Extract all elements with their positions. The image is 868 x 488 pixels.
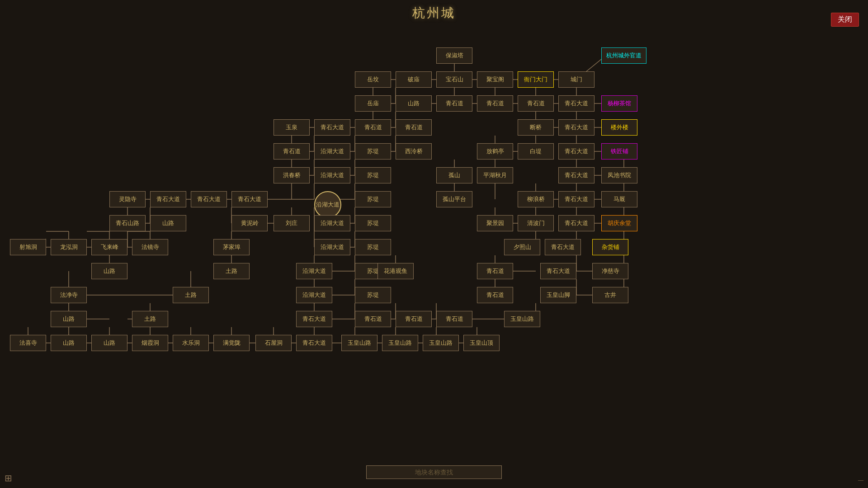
node-maojiabu[interactable]: 茅家埠: [213, 239, 250, 255]
node-qingshidao8[interactable]: 青石道: [477, 287, 513, 303]
node-gushan[interactable]: 孤山: [436, 167, 472, 183]
node-longhongdong[interactable]: 龙泓洞: [51, 239, 87, 255]
node-sudi4[interactable]: 苏堤: [355, 215, 391, 231]
node-sudi5[interactable]: 苏堤: [355, 239, 391, 255]
node-qingshidao4[interactable]: 青石道: [355, 119, 391, 136]
node-qingshidao9[interactable]: 青石道: [355, 311, 391, 327]
node-qingshidadao12[interactable]: 青石大道: [540, 263, 576, 279]
node-lingyinsi[interactable]: 灵隐寺: [109, 191, 146, 207]
node-qingshidao6[interactable]: 青石道: [274, 143, 310, 160]
node-qingshidadao7[interactable]: 青石大道: [191, 191, 227, 207]
node-liulanqiao[interactable]: 柳浪桥: [518, 191, 554, 207]
node-sudi3[interactable]: 苏堤: [355, 191, 391, 207]
node-pomiao[interactable]: 破庙: [396, 71, 432, 88]
node-duanqiao[interactable]: 断桥: [518, 119, 554, 136]
node-sudi2[interactable]: 苏堤: [355, 167, 391, 183]
node-xizhaoshan[interactable]: 夕照山: [504, 239, 540, 255]
node-qingshidadao13[interactable]: 青石大道: [296, 311, 332, 327]
node-shuiledong[interactable]: 水乐洞: [173, 335, 209, 351]
search-input[interactable]: [366, 465, 502, 479]
node-jujingyuan[interactable]: 聚景园: [477, 215, 513, 231]
node-yuhuangshanlu2[interactable]: 玉皇山路: [341, 335, 377, 351]
node-yuhuangshanlv2[interactable]: 玉皇山路: [382, 335, 418, 351]
node-hongchunqiao[interactable]: 洪春桥: [274, 167, 310, 183]
node-huqingyutang[interactable]: 胡庆余堂: [601, 215, 637, 231]
node-qingshidao3[interactable]: 青石道: [518, 95, 554, 112]
node-shanlu2[interactable]: 山路: [150, 215, 186, 231]
node-faxisi[interactable]: 法喜寺: [10, 335, 46, 351]
node-tulu2[interactable]: 土路: [173, 287, 209, 303]
node-qingshidadao3[interactable]: 青石大道: [558, 119, 594, 136]
node-qingshidadao10[interactable]: 青石大道: [558, 215, 594, 231]
node-baoshishan[interactable]: 宝石山: [436, 71, 472, 88]
node-yanghudadao5[interactable]: 沿湖大道: [314, 239, 350, 255]
node-fajingsi[interactable]: 法镜寺: [132, 239, 168, 255]
node-shanlu5[interactable]: 山路: [51, 335, 87, 351]
node-qingshishanlv[interactable]: 青石山路: [109, 215, 146, 231]
node-qingshidadao8[interactable]: 青石大道: [231, 191, 268, 207]
node-failaifeng[interactable]: 飞来峰: [91, 239, 127, 255]
node-qingshidao7[interactable]: 青石道: [477, 263, 513, 279]
node-qingshidao11[interactable]: 青石道: [436, 311, 472, 327]
node-zahuopu[interactable]: 杂货铺: [592, 239, 628, 255]
node-yuhuangshanlu[interactable]: 玉皇山路: [504, 311, 540, 327]
node-gujing[interactable]: 古井: [592, 287, 628, 303]
node-yanghudadao6[interactable]: 沿湖大道: [296, 263, 332, 279]
node-qingshidadao5[interactable]: 青石大道: [558, 167, 594, 183]
node-gushanpingtai[interactable]: 孤山平台: [436, 191, 472, 207]
node-sudi1[interactable]: 苏堤: [355, 143, 391, 160]
node-yanghudadao1[interactable]: 沿湖大道: [314, 143, 350, 160]
node-shanlu1[interactable]: 山路: [396, 95, 432, 112]
node-baosuta[interactable]: 保淑塔: [436, 47, 472, 64]
node-yanghudadao7[interactable]: 沿湖大道: [296, 287, 332, 303]
node-yufen[interactable]: 岳坟: [355, 71, 391, 88]
node-yamen[interactable]: 衙门大门: [518, 71, 554, 88]
node-fajingsi2[interactable]: 法净寺: [51, 287, 87, 303]
node-yanwudong[interactable]: 烟霞洞: [132, 335, 168, 351]
node-yuemiao[interactable]: 岳庙: [355, 95, 391, 112]
node-sudi7[interactable]: 苏堤: [355, 287, 391, 303]
node-shanlu6[interactable]: 山路: [91, 335, 127, 351]
node-qingshidadao14[interactable]: 青石大道: [296, 335, 332, 351]
node-yuhuangshanlv3[interactable]: 玉皇山路: [423, 335, 459, 351]
node-qingshidadao4[interactable]: 青石大道: [558, 143, 594, 160]
node-shiwudong[interactable]: 石屋洞: [255, 335, 292, 351]
node-yuquan[interactable]: 玉泉: [274, 119, 310, 136]
node-yanghudadao4[interactable]: 沿湖大道: [314, 215, 350, 231]
node-qingshidadao11[interactable]: 青石大道: [545, 239, 581, 255]
node-qingshidao2[interactable]: 青石道: [477, 95, 513, 112]
node-xilengqiao[interactable]: 西泠桥: [396, 143, 432, 160]
node-fengchishuyuan[interactable]: 凤池书院: [601, 167, 637, 183]
node-qingshidadao1[interactable]: 青石大道: [558, 95, 594, 112]
node-qingshidadao9[interactable]: 青石大道: [558, 191, 594, 207]
node-qingshidadao6[interactable]: 青石大道: [150, 191, 186, 207]
node-manjuedian[interactable]: 满觉陇: [213, 335, 250, 351]
node-shanlu3[interactable]: 山路: [91, 263, 127, 279]
node-qingshidadao2[interactable]: 青石大道: [314, 119, 350, 136]
node-yanghudadao3[interactable]: 沿湖大道: [314, 191, 341, 218]
node-qingshidao1[interactable]: 青石道: [436, 95, 472, 112]
node-huangniling[interactable]: 黄泥岭: [231, 215, 268, 231]
node-maji[interactable]: 马厩: [601, 191, 637, 207]
node-yuhuangshandeng[interactable]: 玉皇山顶: [463, 335, 500, 351]
node-huagangguanyu[interactable]: 花港观鱼: [377, 263, 414, 279]
node-tulu1[interactable]: 土路: [213, 263, 250, 279]
node-fangheting[interactable]: 放鹤亭: [477, 143, 513, 160]
node-pinghushiqiu[interactable]: 平湖秋月: [477, 167, 513, 183]
node-liuzhuang[interactable]: 刘庄: [274, 215, 310, 231]
node-tulu3[interactable]: 土路: [132, 311, 168, 327]
node-jingcisi[interactable]: 净慈寺: [592, 263, 628, 279]
node-qingshidao5[interactable]: 青石道: [396, 119, 432, 136]
node-baidi[interactable]: 白堤: [518, 143, 554, 160]
node-shanlu4[interactable]: 山路: [51, 311, 87, 327]
node-yangliu[interactable]: 杨柳茶馆: [601, 95, 637, 112]
node-yuhuangshanji[interactable]: 玉皇山脚: [540, 287, 576, 303]
node-jubaoge[interactable]: 聚宝阁: [477, 71, 513, 88]
node-yanghudadao2[interactable]: 沿湖大道: [314, 167, 350, 183]
node-qingshidao10[interactable]: 青石道: [396, 311, 432, 327]
node-lowaibuild[interactable]: 楼外楼: [601, 119, 637, 136]
node-hangzhouwai[interactable]: 杭州城外官道: [601, 47, 646, 64]
node-tiejianzhu[interactable]: 铁匠铺: [601, 143, 637, 160]
node-shexudong[interactable]: 射旭洞: [10, 239, 46, 255]
node-qingbomen[interactable]: 清波门: [518, 215, 554, 231]
